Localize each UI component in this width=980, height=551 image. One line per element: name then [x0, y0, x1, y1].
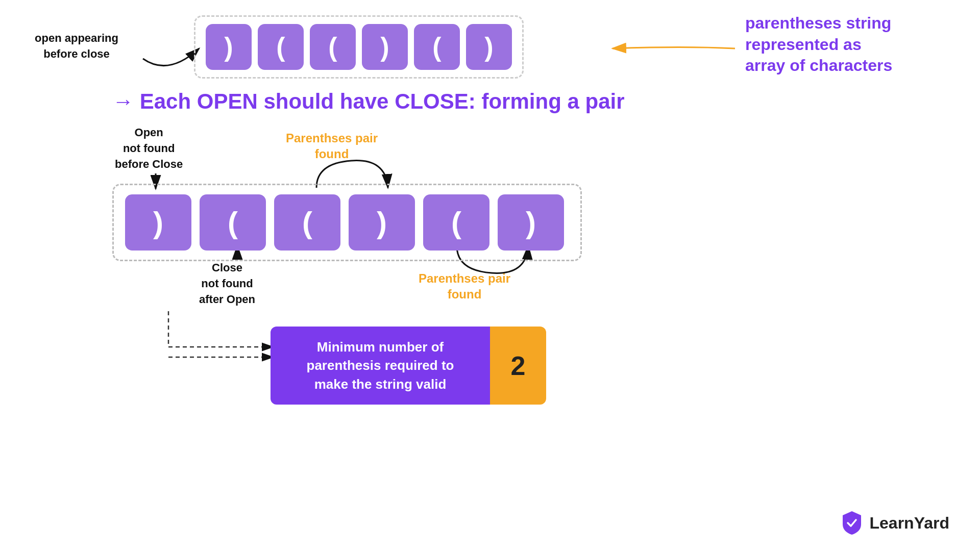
pair-found-bottom-label: Parenthses pair found	[419, 270, 510, 302]
mid-array-cell: (	[423, 194, 489, 251]
result-label: Minimum number of parenthesis required t…	[271, 327, 490, 405]
top-array-cell: (	[414, 24, 460, 70]
top-array-cell: )	[362, 24, 408, 70]
main-heading: → Each OPEN should have CLOSE: forming a…	[112, 89, 625, 114]
learnyard-shield-icon	[841, 510, 863, 536]
mid-array-cell: )	[498, 194, 564, 251]
mid-array-cell: (	[200, 194, 266, 251]
top-array-cell: (	[310, 24, 356, 70]
open-appearing-label: open appearing before close	[26, 31, 128, 62]
result-container: Minimum number of parenthesis required t…	[271, 327, 546, 405]
top-array-cell: )	[206, 24, 252, 70]
top-array-cell: )	[466, 24, 512, 70]
result-number: 2	[490, 327, 546, 405]
right-label: parentheses string represented as array …	[745, 13, 939, 77]
mid-array-cell: (	[274, 194, 340, 251]
top-array: )(()()	[194, 15, 524, 79]
close-not-found-label: Close not found after Open	[199, 260, 255, 307]
learnyard-logo: LearnYard	[841, 510, 949, 536]
top-array-cell: (	[258, 24, 304, 70]
top-array-box: )(()()	[194, 15, 524, 79]
mid-array-cell: )	[125, 194, 191, 251]
learnyard-text: LearnYard	[869, 514, 949, 533]
mid-array: )(()()	[112, 184, 582, 261]
pair-found-top-label: Parenthses pair found	[286, 130, 378, 162]
mid-array-cell: )	[349, 194, 415, 251]
open-not-found-label: Open not found before Close	[115, 125, 183, 172]
